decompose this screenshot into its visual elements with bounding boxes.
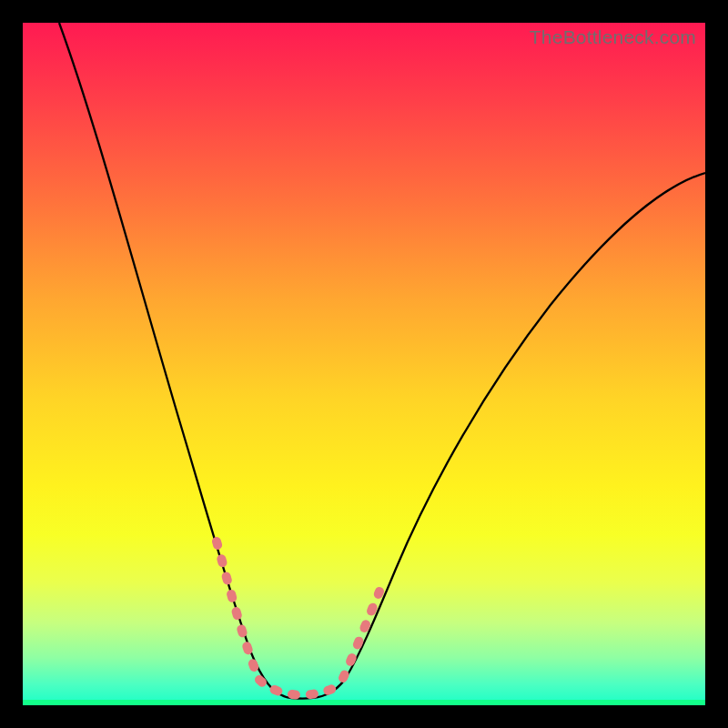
- chart-area: TheBottleneck.com: [23, 23, 705, 705]
- curve-highlight-right: [343, 592, 379, 678]
- bottleneck-curve: [23, 23, 705, 705]
- curve-highlight-bottom: [259, 680, 339, 695]
- watermark-text: TheBottleneck.com: [530, 26, 696, 48]
- curve-path: [59, 23, 705, 699]
